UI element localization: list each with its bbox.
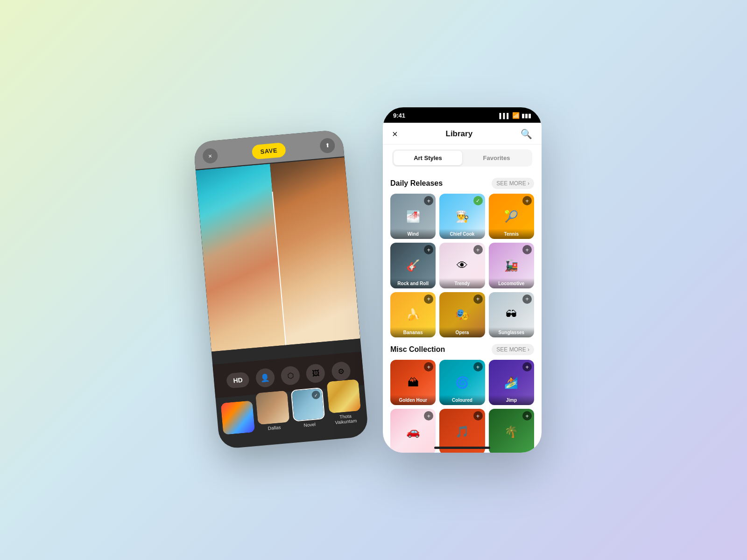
status-bar: 9:41 ▌▌▌ 📶 ▮▮▮ (383, 107, 542, 123)
left-phone: × SAVE ⬆ (193, 129, 369, 449)
tabs-row: Art Styles Favorites (392, 149, 532, 167)
daily-releases-grid: 🌁 + Wind 👨‍🍳 ✓ Chief Cook 🎾 + Tennis 🎸 (390, 194, 534, 337)
tab-art-styles[interactable]: Art Styles (394, 151, 462, 165)
sliders-icon: ⚙ (338, 366, 345, 376)
add-bananas-icon[interactable]: + (424, 294, 433, 304)
close-button[interactable]: × (202, 148, 218, 164)
chief-cook-label: Chief Cook (439, 229, 485, 239)
person-tool-button[interactable]: 👤 (255, 368, 275, 388)
item-wind[interactable]: 🌁 + Wind (390, 194, 436, 239)
person-icon: 👤 (260, 373, 270, 383)
trendy-label: Trendy (439, 278, 485, 288)
item-sunglasses[interactable]: 🕶 + Sunglasses (489, 292, 534, 337)
item-rock-and-roll[interactable]: 🎸 + Rock and Roll (390, 243, 436, 288)
rock-and-roll-label: Rock and Roll (390, 278, 436, 288)
opera-label: Opera (439, 327, 485, 337)
status-time: 9:41 (393, 112, 405, 119)
status-icons: ▌▌▌ 📶 ▮▮▮ (500, 112, 531, 119)
filter-thota[interactable]: Thota Vaikuntam (325, 379, 363, 426)
bananas-label: Bananas (390, 327, 436, 337)
search-button[interactable]: 🔍 (521, 128, 532, 140)
item-misc-3[interactable]: 🌴 + (489, 409, 534, 453)
filter-novel[interactable]: ✓ Novel (291, 387, 326, 429)
share-icon: ⬆ (325, 142, 330, 149)
wind-label: Wind (390, 229, 436, 239)
photo-comparison (196, 157, 360, 351)
right-phone: 9:41 ▌▌▌ 📶 ▮▮▮ × Library 🔍 Art Styles Fa… (383, 107, 542, 453)
item-trendy[interactable]: 👁 + Trendy (439, 243, 485, 288)
sliders-tool-button[interactable]: ⚙ (331, 361, 351, 381)
add-opera-icon[interactable]: + (473, 294, 483, 304)
daily-releases-title: Daily Releases (390, 179, 443, 188)
save-button[interactable]: SAVE (251, 142, 286, 159)
item-locomotive[interactable]: 🚂 + Locomotive (489, 243, 534, 288)
daily-releases-see-more[interactable]: SEE MORE › (492, 178, 534, 189)
share-button[interactable]: ⬆ (319, 138, 336, 154)
misc-collection-see-more[interactable]: SEE MORE › (492, 344, 534, 355)
battery-icon: ▮▮▮ (521, 112, 531, 119)
content-area: Daily Releases SEE MORE › 🌁 + Wind 👨‍🍳 ✓… (383, 171, 542, 453)
item-bananas[interactable]: 🍌 + Bananas (390, 292, 436, 337)
item-coloured[interactable]: 🌀 + Coloured (439, 360, 485, 405)
filter-dallas[interactable]: Dallas (255, 391, 290, 432)
shape-tool-button[interactable]: ⬡ (280, 365, 300, 385)
item-opera[interactable]: 🎭 + Opera (439, 292, 485, 337)
daily-releases-header: Daily Releases SEE MORE › (390, 178, 534, 189)
tab-favorites[interactable]: Favorites (462, 151, 531, 165)
filter-balloon[interactable] (221, 400, 255, 435)
shape-icon: ⬡ (287, 371, 294, 380)
item-jimp[interactable]: 🏄 + Jimp (489, 360, 534, 405)
add-sunglasses-icon[interactable]: + (522, 294, 532, 304)
signal-icon: ▌▌▌ (500, 113, 510, 119)
add-coloured-icon[interactable]: + (473, 362, 483, 371)
item-misc-2[interactable]: 🎵 + (439, 409, 485, 453)
item-golden-hour[interactable]: 🏔 + Golden Hour (390, 360, 436, 405)
coloured-label: Coloured (439, 395, 485, 405)
home-bar (434, 447, 490, 449)
photo-icon: 🖼 (311, 369, 320, 378)
locomotive-label: Locomotive (489, 278, 534, 288)
check-chief-cook-icon: ✓ (473, 196, 483, 205)
misc-collection-grid: 🏔 + Golden Hour 🌀 + Coloured 🏄 + Jimp 🚗 (390, 360, 534, 453)
app-close-button[interactable]: × (392, 129, 398, 140)
wifi-icon: 📶 (512, 112, 520, 119)
item-chief-cook[interactable]: 👨‍🍳 ✓ Chief Cook (439, 194, 485, 239)
sunglasses-label: Sunglasses (489, 327, 534, 337)
add-tennis-icon[interactable]: + (522, 196, 532, 205)
close-icon: × (208, 152, 212, 160)
golden-hour-label: Golden Hour (390, 395, 436, 405)
photo-tool-button[interactable]: 🖼 (306, 363, 326, 383)
add-misc2-icon[interactable]: + (473, 411, 483, 420)
hd-button[interactable]: HD (226, 372, 250, 389)
add-trendy-icon[interactable]: + (473, 245, 483, 254)
add-jimp-icon[interactable]: + (522, 362, 532, 371)
app-header: × Library 🔍 (383, 123, 542, 145)
misc-collection-title: Misc Collection (390, 345, 445, 354)
misc-collection-header: Misc Collection SEE MORE › (390, 344, 534, 355)
tennis-label: Tennis (489, 229, 534, 239)
item-misc-1[interactable]: 🚗 + (390, 409, 436, 453)
library-title: Library (446, 129, 473, 139)
jimp-label: Jimp (489, 395, 534, 405)
item-tennis[interactable]: 🎾 + Tennis (489, 194, 534, 239)
